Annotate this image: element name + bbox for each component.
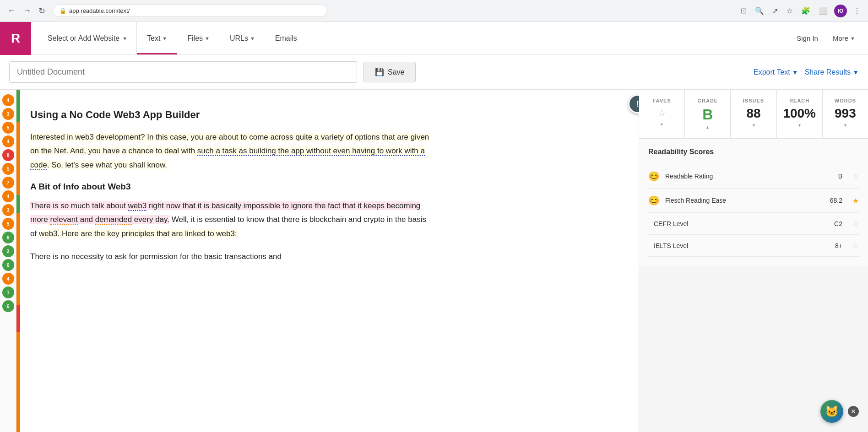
faves-label: FAVES: [644, 98, 680, 103]
tab-files-chevron-icon: ▼: [205, 36, 210, 41]
sidebar-number-13: 4: [2, 273, 14, 285]
stat-issues: ISSUES 88 ▾: [731, 90, 776, 138]
grade-chevron-icon[interactable]: ▴: [689, 124, 726, 130]
forward-button[interactable]: →: [21, 4, 33, 17]
share-chevron-icon: ▼: [852, 69, 859, 76]
paragraph-3: There is no necessity to ask for permiss…: [30, 250, 433, 264]
extensions-button[interactable]: 🧩: [799, 5, 812, 17]
subheading: A Bit of Info about Web3: [30, 182, 433, 192]
zoom-button[interactable]: 🔍: [753, 5, 766, 17]
save-floppy-icon: 💾: [375, 68, 384, 76]
info-button[interactable]: !: [628, 94, 639, 113]
profile-button[interactable]: Ю: [834, 5, 847, 17]
flesch-value: 68.2: [824, 197, 842, 204]
signin-button[interactable]: Sign In: [791, 31, 824, 46]
score-row-readable-rating: 😊 Readable Rating B ☆: [648, 164, 859, 189]
cat-avatar[interactable]: 🐱: [820, 400, 843, 423]
website-selector[interactable]: Select or Add Website ▼: [38, 22, 137, 54]
nav-right: Sign In More ▼: [791, 31, 868, 46]
words-chevron-icon[interactable]: ▾: [827, 123, 863, 128]
sidebar-number-15: 6: [2, 300, 14, 312]
tab-emails-label: Emails: [275, 34, 297, 43]
right-panel: FAVES ☆ ▾ GRADE B ▴ ISSUES 88 ▾ REACH 10…: [639, 90, 868, 266]
save-button[interactable]: 💾 Save: [363, 62, 416, 82]
more-chevron-icon: ▼: [850, 36, 855, 41]
number-sidebar: 4354857435626416: [0, 90, 16, 432]
editor-inner: Using a No Code Web3 App Builder Interes…: [16, 99, 456, 282]
info-button-container: !: [628, 94, 639, 113]
chat-popup: 🐱 ✕: [820, 400, 859, 423]
sidebar-number-14: 1: [2, 286, 14, 298]
cast-button[interactable]: ⊡: [739, 5, 749, 17]
paragraph-2: There is so much talk about web3 right n…: [30, 199, 433, 241]
score-row-cefr: CEFR Level C2 ☆: [648, 213, 859, 235]
score-row-ielts: IELTS Level 8+ ☆: [648, 235, 859, 257]
faves-star-icon[interactable]: ☆: [644, 107, 680, 119]
sidebar-toggle-button[interactable]: ⬜: [817, 5, 830, 17]
toolbar: 💾 Save Export Text ▼ Share Results ▼: [0, 55, 868, 90]
document-title-input[interactable]: [9, 61, 357, 83]
browser-chrome: ← → ↻ 🔒 app.readable.com/text/ ⊡ 🔍 ➚ ☆ 🧩…: [0, 0, 868, 22]
readable-rating-value: B: [824, 173, 842, 180]
sidebar-number-10: 6: [2, 232, 14, 243]
sidebar-number-7: 4: [2, 190, 14, 202]
url-text: app.readable.com/text/: [69, 7, 130, 14]
sidebar-number-1: 3: [2, 108, 14, 120]
tab-files[interactable]: Files ▼: [177, 22, 220, 54]
tab-text-label: Text: [147, 34, 160, 43]
tab-urls-label: URLs: [230, 34, 248, 43]
tab-text[interactable]: Text ▼: [137, 22, 177, 54]
scores-title: Readability Scores: [648, 148, 859, 156]
menu-button[interactable]: ⋮: [852, 5, 863, 17]
bookmark-button[interactable]: ☆: [785, 5, 795, 17]
grade-value: B: [689, 107, 726, 122]
export-chevron-icon: ▼: [792, 69, 798, 76]
more-label: More: [833, 34, 848, 42]
issues-value: 88: [735, 107, 771, 120]
cefr-name: CEFR Level: [654, 220, 819, 227]
sidebar-number-8: 3: [2, 204, 14, 216]
browser-nav: ← → ↻: [5, 4, 47, 18]
reach-label: REACH: [781, 98, 818, 103]
cefr-value: C2: [824, 220, 842, 227]
paragraph-1: Interested in web3 development? In this …: [30, 130, 433, 173]
editor-area[interactable]: Using a No Code Web3 App Builder Interes…: [16, 90, 639, 432]
faves-chevron-icon[interactable]: ▾: [644, 122, 680, 127]
export-label: Export Text: [754, 68, 790, 76]
highlighted-text-2: There is so much talk about web3 right n…: [30, 201, 420, 224]
doc-heading: Using a No Code Web3 App Builder: [30, 108, 433, 122]
sidebar-number-12: 6: [2, 259, 14, 271]
reload-button[interactable]: ↻: [37, 4, 47, 18]
flesch-star[interactable]: ★: [852, 196, 859, 205]
chat-close-button[interactable]: ✕: [848, 406, 859, 417]
reach-value: 100%: [781, 107, 818, 120]
lock-icon: 🔒: [60, 8, 66, 14]
scores-section: Readability Scores 😊 Readable Rating B ☆…: [639, 139, 868, 266]
words-value: 993: [827, 107, 863, 120]
website-selector-label: Select or Add Website: [48, 34, 119, 43]
export-button[interactable]: Export Text ▼: [754, 68, 798, 76]
share-label: Share Results: [805, 68, 851, 76]
issues-chevron-icon[interactable]: ▾: [735, 123, 771, 128]
flesch-emoji: 😊: [648, 195, 660, 206]
ielts-star[interactable]: ☆: [852, 241, 859, 250]
sidebar-number-5: 5: [2, 163, 14, 175]
reach-chevron-icon[interactable]: ▾: [781, 123, 818, 128]
back-button[interactable]: ←: [5, 4, 17, 17]
sidebar-number-3: 4: [2, 135, 14, 147]
more-button[interactable]: More ▼: [827, 31, 861, 46]
tab-urls[interactable]: URLs ▼: [220, 22, 265, 54]
address-bar[interactable]: 🔒 app.readable.com/text/: [53, 5, 327, 17]
browser-actions: ⊡ 🔍 ➚ ☆ 🧩 ⬜ Ю ⋮: [739, 5, 863, 17]
readable-rating-star[interactable]: ☆: [852, 172, 859, 181]
cefr-star[interactable]: ☆: [852, 219, 859, 228]
tab-urls-chevron-icon: ▼: [250, 36, 255, 41]
share-browser-button[interactable]: ➚: [770, 5, 780, 17]
logo-box: R: [0, 22, 31, 55]
share-button[interactable]: Share Results ▼: [805, 68, 859, 76]
tab-emails[interactable]: Emails: [265, 22, 307, 54]
main-content: 4354857435626416 ! Using a No Code Web3 …: [0, 90, 868, 432]
tab-text-chevron-icon: ▼: [162, 36, 167, 41]
highlighted-text-1: Interested in web3 development? In this …: [30, 133, 429, 169]
sidebar-number-4: 8: [2, 149, 14, 161]
